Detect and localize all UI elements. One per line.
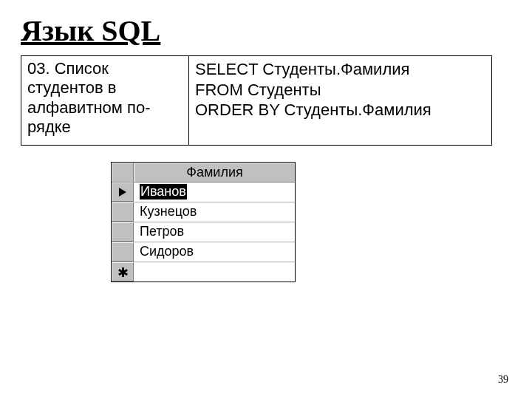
qa-question: 03. Список студентов в алфавитном по-ряд… — [21, 56, 189, 145]
grid-header-row: Фамилия — [112, 163, 295, 183]
table-row-new[interactable]: ✱ — [112, 262, 295, 282]
row-selector-new[interactable]: ✱ — [112, 262, 134, 282]
cell[interactable]: Сидоров — [134, 242, 295, 262]
cell-value: Кузнецов — [140, 204, 197, 219]
slide: Язык SQL 03. Список студентов в алфавитн… — [0, 0, 532, 399]
cell[interactable]: Иванов — [134, 183, 295, 202]
cell[interactable] — [134, 262, 295, 282]
cell-value: Сидоров — [140, 244, 194, 259]
sql-line: FROM Студенты — [195, 80, 485, 100]
table-row[interactable]: Сидоров — [112, 242, 295, 262]
table-row[interactable]: Иванов — [112, 183, 295, 202]
row-selector[interactable] — [112, 202, 134, 222]
cell-value: Петров — [140, 224, 184, 239]
row-selector-current[interactable] — [112, 183, 134, 202]
page-title: Язык SQL — [21, 13, 511, 48]
result-grid: Фамилия Иванов Кузнецов Петров — [111, 162, 296, 282]
page-number: 39 — [498, 374, 508, 386]
row-selector[interactable] — [112, 222, 134, 242]
sql-line: ORDER BY Студенты.Фамилия — [195, 100, 485, 120]
row-selector[interactable] — [112, 242, 134, 262]
corner-cell — [112, 163, 134, 182]
sql-line: SELECT Студенты.Фамилия — [195, 59, 485, 80]
column-header[interactable]: Фамилия — [134, 163, 295, 182]
current-row-icon — [119, 188, 126, 197]
new-row-icon: ✱ — [117, 266, 129, 279]
table-row[interactable]: Кузнецов — [112, 202, 295, 222]
qa-sql: SELECT Студенты.Фамилия FROM Студенты OR… — [189, 56, 491, 145]
qa-table: 03. Список студентов в алфавитном по-ряд… — [21, 55, 492, 146]
table-row[interactable]: Петров — [112, 222, 295, 242]
cell[interactable]: Петров — [134, 222, 295, 242]
cell[interactable]: Кузнецов — [134, 202, 295, 222]
cell-value: Иванов — [140, 184, 187, 200]
